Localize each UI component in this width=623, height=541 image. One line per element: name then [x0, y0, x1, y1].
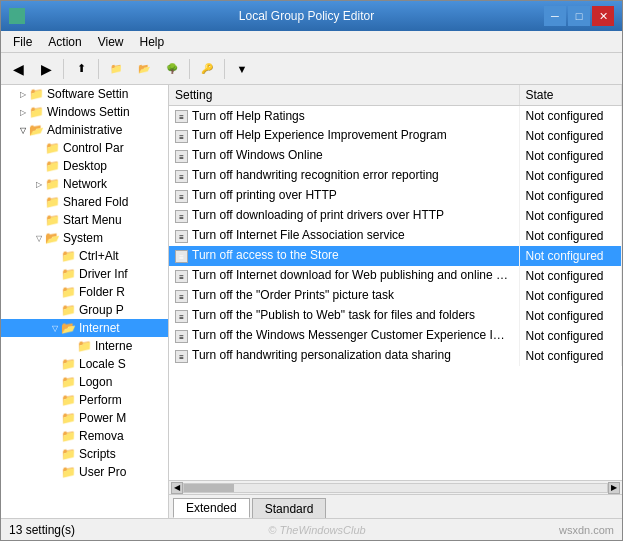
key-button[interactable]: 🔑 [194, 56, 220, 82]
status-bar: 13 setting(s) © TheWindowsClub wsxdn.com [1, 518, 622, 540]
tree-item-perform[interactable]: ▷ 📁 Perform [1, 391, 168, 409]
menu-view[interactable]: View [90, 33, 132, 51]
tree-item-logon[interactable]: ▷ 📁 Logon [1, 373, 168, 391]
arrow-scripts: ▷ [49, 448, 61, 460]
arrow-remova: ▷ [49, 430, 61, 442]
window-controls: ─ □ ✕ [544, 6, 614, 26]
tree-item-locales[interactable]: ▷ 📁 Locale S [1, 355, 168, 373]
scroll-right-btn[interactable]: ▶ [608, 482, 620, 494]
setting-cell-11: ≡Turn off the Windows Messenger Customer… [169, 326, 519, 346]
setting-cell-5: ≡Turn off downloading of print drivers o… [169, 206, 519, 226]
setting-cell-12: ≡Turn off handwriting personalization da… [169, 346, 519, 366]
folder-button[interactable]: 📂 [131, 56, 157, 82]
table-row[interactable]: ≡Turn off the Windows Messenger Customer… [169, 326, 622, 346]
table-row[interactable]: ≡Turn off Help Experience Improvement Pr… [169, 126, 622, 146]
folder-icon-startmenu: 📁 [45, 213, 60, 227]
tree-item-administrative[interactable]: ▽ 📂 Administrative [1, 121, 168, 139]
tree-item-network[interactable]: ▷ 📁 Network [1, 175, 168, 193]
setting-icon-6: ≡ [175, 230, 188, 243]
arrow-administrative: ▽ [17, 124, 29, 136]
table-row[interactable]: ≡Turn off printing over HTTPNot configur… [169, 186, 622, 206]
folder-icon-software: 📁 [29, 87, 44, 101]
table-row[interactable]: ≡Turn off the "Publish to Web" task for … [169, 306, 622, 326]
menu-help[interactable]: Help [132, 33, 173, 51]
tree-item-remova[interactable]: ▷ 📁 Remova [1, 427, 168, 445]
tree-item-controlpanel[interactable]: ▷ 📁 Control Par [1, 139, 168, 157]
table-row[interactable]: ≡Turn off Internet download for Web publ… [169, 266, 622, 286]
menu-action[interactable]: Action [40, 33, 89, 51]
show-hide-button[interactable]: 📁 [103, 56, 129, 82]
h-scrollbar[interactable]: ◀ ▶ [169, 480, 622, 494]
minimize-button[interactable]: ─ [544, 6, 566, 26]
tab-standard[interactable]: Standard [252, 498, 327, 518]
tree-item-driverinf[interactable]: ▷ 📁 Driver Inf [1, 265, 168, 283]
tree-item-desktop[interactable]: ▷ 📁 Desktop [1, 157, 168, 175]
main-window: Local Group Policy Editor ─ □ ✕ File Act… [0, 0, 623, 541]
toolbar-sep-3 [189, 59, 190, 79]
tree-item-userpro[interactable]: ▷ 📁 User Pro [1, 463, 168, 481]
folder-icon-internet: 📂 [61, 321, 76, 335]
table-row[interactable]: ≡Turn off Internet File Association serv… [169, 226, 622, 246]
setting-cell-4: ≡Turn off printing over HTTP [169, 186, 519, 206]
tree-item-powerm[interactable]: ▷ 📁 Power M [1, 409, 168, 427]
tree-item-startmenu[interactable]: ▷ 📁 Start Menu [1, 211, 168, 229]
close-button[interactable]: ✕ [592, 6, 614, 26]
setting-cell-3: ≡Turn off handwriting recognition error … [169, 166, 519, 186]
folder-icon-desktop: 📁 [45, 159, 60, 173]
setting-cell-7: ≡Turn off access to the Store [169, 246, 519, 266]
tree-item-groupp[interactable]: ▷ 📁 Group P [1, 301, 168, 319]
tree-item-folderr[interactable]: ▷ 📁 Folder R [1, 283, 168, 301]
arrow-powerm: ▷ [49, 412, 61, 424]
table-row[interactable]: ≡Turn off handwriting personalization da… [169, 346, 622, 366]
arrow-interne2: ▷ [65, 340, 77, 352]
menu-file[interactable]: File [5, 33, 40, 51]
state-cell-10: Not configured [519, 306, 622, 326]
arrow-locales: ▷ [49, 358, 61, 370]
filter-button[interactable]: ▼ [229, 56, 255, 82]
tree-item-shared[interactable]: ▷ 📁 Shared Fold [1, 193, 168, 211]
app-icon [9, 8, 25, 24]
col-setting: Setting [169, 85, 519, 106]
table-row[interactable]: ≡Turn off handwriting recognition error … [169, 166, 622, 186]
table-row[interactable]: ≡Turn off Help RatingsNot configured [169, 106, 622, 126]
toolbar-sep-1 [63, 59, 64, 79]
table-row[interactable]: ≡Turn off downloading of print drivers o… [169, 206, 622, 226]
table-row[interactable]: ≡Turn off the "Order Prints" picture tas… [169, 286, 622, 306]
settings-list: Setting State ≡Turn off Help RatingsNot … [169, 85, 622, 366]
setting-cell-8: ≡Turn off Internet download for Web publ… [169, 266, 519, 286]
folder-icon-network: 📁 [45, 177, 60, 191]
arrow-groupp: ▷ [49, 304, 61, 316]
state-cell-0: Not configured [519, 106, 622, 126]
maximize-button[interactable]: □ [568, 6, 590, 26]
back-button[interactable]: ◀ [5, 56, 31, 82]
folder-icon-powerm: 📁 [61, 411, 76, 425]
arrow-desktop: ▷ [33, 160, 45, 172]
folder-icon-ctrlalt: 📁 [61, 249, 76, 263]
up-button[interactable]: ⬆ [68, 56, 94, 82]
state-cell-8: Not configured [519, 266, 622, 286]
tab-extended[interactable]: Extended [173, 498, 250, 518]
tree-item-windows[interactable]: ▷ 📁 Windows Settin [1, 103, 168, 121]
state-cell-6: Not configured [519, 226, 622, 246]
tree-item-ctrlalt[interactable]: ▷ 📁 Ctrl+Alt [1, 247, 168, 265]
h-scroll-thumb[interactable] [184, 484, 234, 492]
state-cell-4: Not configured [519, 186, 622, 206]
scroll-left-btn[interactable]: ◀ [171, 482, 183, 494]
folder-icon-interne2: 📁 [77, 339, 92, 353]
setting-icon-0: ≡ [175, 110, 188, 123]
tree-button[interactable]: 🌳 [159, 56, 185, 82]
table-row[interactable]: ≡Turn off access to the StoreNot configu… [169, 246, 622, 266]
setting-cell-6: ≡Turn off Internet File Association serv… [169, 226, 519, 246]
tree-item-system[interactable]: ▽ 📂 System [1, 229, 168, 247]
tree-item-software[interactable]: ▷ 📁 Software Settin [1, 85, 168, 103]
forward-button[interactable]: ▶ [33, 56, 59, 82]
tree-item-internet[interactable]: ▽ 📂 Internet [1, 319, 168, 337]
toolbar-sep-4 [224, 59, 225, 79]
table-row[interactable]: ≡Turn off Windows OnlineNot configured [169, 146, 622, 166]
h-scroll-track[interactable] [183, 483, 608, 493]
tree-item-scripts[interactable]: ▷ 📁 Scripts [1, 445, 168, 463]
setting-cell-1: ≡Turn off Help Experience Improvement Pr… [169, 126, 519, 146]
arrow-windows: ▷ [17, 106, 29, 118]
tree-item-interne2[interactable]: ▷ 📁 Interne [1, 337, 168, 355]
menu-bar: File Action View Help [1, 31, 622, 53]
